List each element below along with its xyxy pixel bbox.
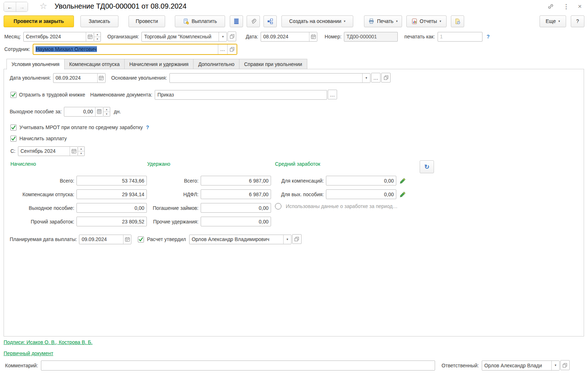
help-button[interactable]: ? [571,15,584,27]
calendar-icon[interactable] [123,235,131,244]
employee-open-button[interactable] [227,44,237,54]
reason-lookup-button[interactable]: … [371,73,381,83]
close-button[interactable]: ✕ [576,3,584,10]
stepper-up-icon[interactable]: ▲ [103,107,110,112]
print-button[interactable]: Печать ▾ [364,15,402,27]
accrue-salary-checkbox[interactable] [10,136,17,142]
severance-field[interactable]: 0,00 [64,107,103,117]
calendar-icon[interactable] [86,32,94,41]
open-icon [230,34,234,39]
stepper-down-icon[interactable]: ▼ [78,151,84,156]
doc-name-field[interactable]: Приказ [155,90,327,100]
back-button[interactable]: ← [4,2,16,11]
tab-accruals-deductions[interactable]: Начисления и удержания [124,59,193,69]
average-info-row: Использованы данные о заработке за перио… [275,203,406,209]
date-field[interactable]: 08.09.2024 [261,32,317,42]
reflect-in-workbook-checkbox[interactable] [10,92,17,98]
print-as-field[interactable]: 1 [438,32,482,42]
comment-field[interactable] [41,360,435,371]
tab-dismissal-certificates[interactable]: Справки при увольнении [239,59,307,69]
tab-bar: Условия увольнения Компенсации отпуска Н… [6,59,307,69]
post-and-close-button[interactable]: Провести и закрыть [4,15,74,27]
withheld-other-label: Прочие удержания: [144,219,199,225]
reports-button[interactable]: Отчеты ▾ [406,15,447,27]
month-field[interactable]: Сентябрь 2024 [23,32,94,42]
attachments-button[interactable] [247,15,260,27]
accrued-severance-field[interactable]: 0,00 [76,203,147,213]
stepper-up-icon[interactable]: ▲ [78,147,84,151]
withheld-other-field[interactable]: 0,00 [201,217,271,226]
mrot-help-link[interactable]: ? [146,124,149,130]
recalculate-button[interactable]: ↻ [420,160,434,173]
average-severance-field[interactable]: 0,00 [326,189,396,199]
doc-name-lookup-button[interactable]: … [328,90,337,99]
signatures-link[interactable]: Подписи: Исаков О. В., Кострова В. Б. [4,339,93,345]
stepper-down-icon[interactable]: ▼ [94,37,101,41]
document-history-button[interactable] [451,15,464,27]
reason-open-button[interactable] [381,73,391,83]
info-icon [275,203,281,209]
more-button[interactable]: Еще ▾ [540,15,566,27]
average-compensation-field[interactable]: 0,00 [326,176,396,185]
register-records-button[interactable] [230,15,243,27]
from-month-stepper[interactable]: ▲ ▼ [78,146,85,156]
withheld-loans-field[interactable]: 0,00 [201,203,271,213]
print-as-help-link[interactable]: ? [487,34,490,39]
calendar-icon[interactable] [97,74,105,83]
tab-vacation-compensation[interactable]: Компенсации отпуска [64,59,125,69]
edit-pencil-icon[interactable] [400,178,406,184]
dismissal-reason-field[interactable]: ▾ [169,73,370,83]
planned-date-field[interactable]: 09.09.2024 [79,235,131,244]
calendar-icon[interactable] [309,32,317,41]
employee-field[interactable]: Наумов Михаил Олегович … [33,44,237,55]
related-documents-button[interactable] [263,15,277,27]
organization-dropdown[interactable]: ▾ [219,32,227,41]
get-link-button[interactable] [547,3,555,10]
checkmark-icon [11,93,16,97]
dismissal-document-window: ← → ☆ Увольнение ТД00-000001 от 08.09.20… [0,0,588,377]
kebab-menu-icon: ⋮ [563,3,569,10]
forward-button[interactable]: → [16,2,28,11]
document-structure-icon [267,18,273,24]
approved-by-field[interactable]: Орлов Александр Владимирович ▾ [189,235,291,244]
save-button[interactable]: Записать [80,15,118,27]
tab-dismissal-terms[interactable]: Условия увольнения [6,59,65,70]
create-based-on-button[interactable]: Создать на основании ▾ [281,15,353,27]
calendar-icon[interactable] [70,147,78,156]
stepper-down-icon[interactable]: ▼ [103,112,110,116]
chevron-down-icon: ▾ [555,364,556,367]
accrued-vacation-field[interactable]: 29 934,14 [76,189,147,199]
withheld-section-title: Удержано [147,161,170,167]
average-info-text[interactable]: Использованы данные о заработке за перио… [286,203,398,209]
withheld-ndfl-field[interactable]: 6 987,00 [201,189,271,199]
responsible-dropdown[interactable]: ▾ [551,361,559,370]
primary-document-link[interactable]: Первичный документ [4,350,53,356]
organization-field[interactable]: Торговый дом "Комплексный ▾ [141,32,227,42]
tab-additional[interactable]: Дополнительно [193,59,239,69]
severance-stepper[interactable]: ▲ ▼ [103,107,110,117]
dismissal-date-field[interactable]: 08.09.2024 [53,73,106,83]
pay-button[interactable]: Выплатить [175,15,225,27]
ellipsis-icon: … [330,92,335,98]
reason-dropdown[interactable]: ▾ [362,74,370,83]
responsible-open-button[interactable] [560,360,570,370]
month-stepper[interactable]: ▲ ▼ [94,32,101,42]
favorite-star-icon[interactable]: ☆ [39,1,47,11]
accrued-other-field[interactable]: 23 809,52 [76,217,147,226]
employee-lookup-button[interactable]: … [218,44,227,54]
mrot-checkbox[interactable] [10,124,17,131]
calculation-approved-checkbox[interactable] [138,236,144,242]
withheld-total-field[interactable]: 6 987,00 [201,176,271,185]
window-menu-button[interactable]: ⋮ [562,3,570,10]
responsible-field[interactable]: Орлов Александр Влади ▾ [482,360,560,371]
accrued-total-field[interactable]: 53 743,66 [76,176,147,185]
organization-open-button[interactable] [228,32,236,41]
post-button[interactable]: Провести [129,15,165,27]
approved-by-open-button[interactable] [292,234,302,244]
calculator-icon[interactable] [95,107,103,116]
stepper-up-icon[interactable]: ▲ [94,32,101,37]
from-month-field[interactable]: Сентябрь 2024 [18,146,78,156]
approved-by-dropdown[interactable]: ▾ [283,235,291,244]
severance-label: Выходное пособие за: [10,109,62,114]
edit-pencil-icon[interactable] [400,191,406,198]
